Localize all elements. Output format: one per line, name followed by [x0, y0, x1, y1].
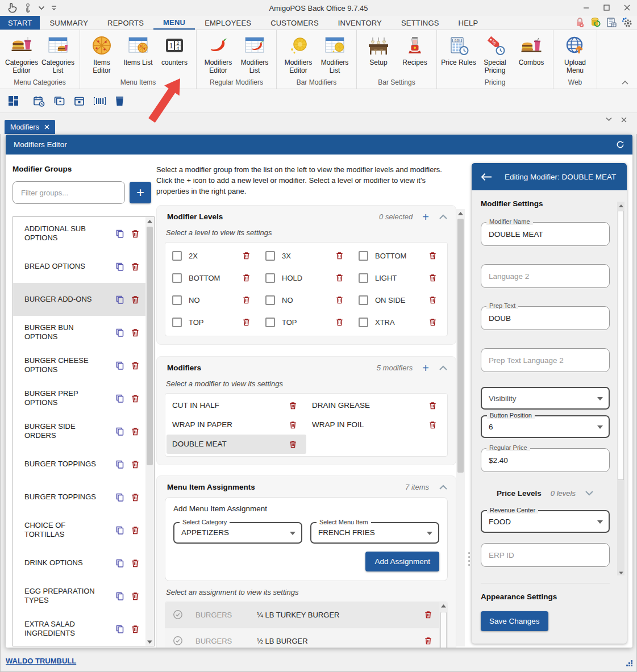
scroll-up-icon[interactable]: [439, 602, 448, 611]
level-item[interactable]: XTRA: [353, 311, 446, 333]
items-editor-button[interactable]: Items Editor: [84, 32, 120, 75]
trash-icon[interactable]: [289, 440, 297, 449]
group-row[interactable]: EXTRA SALAD INGREDIENTS: [13, 612, 145, 645]
group-row[interactable]: CHOICE OF TORTILLAS: [13, 514, 145, 546]
calendar-day-icon[interactable]: [74, 95, 85, 107]
select-category-dropdown[interactable]: Select Category APPETIZERS: [173, 522, 302, 544]
modifier-item[interactable]: WRAP IN PAPER: [166, 415, 306, 435]
group-row[interactable]: BREAD OPTIONS: [13, 250, 145, 283]
level-checkbox[interactable]: [172, 295, 182, 305]
trash-icon[interactable]: [131, 427, 140, 436]
menu-item-inventory[interactable]: INVENTORY: [328, 16, 392, 30]
copy-icon[interactable]: [115, 328, 124, 337]
trash-icon[interactable]: [131, 591, 140, 601]
group-row[interactable]: DRINK OPTIONS: [13, 546, 145, 579]
trash-icon[interactable]: [131, 262, 140, 272]
trash-icon[interactable]: [428, 401, 437, 410]
group-row[interactable]: BURGER BUN OPTIONS: [13, 316, 145, 349]
expand-price-levels-icon[interactable]: [585, 490, 594, 496]
trash-icon[interactable]: [335, 251, 344, 260]
copy-icon[interactable]: [115, 460, 124, 469]
upload-menu-button[interactable]: Upload Menu: [557, 32, 593, 75]
maximize-button[interactable]: [596, 0, 617, 15]
bar-modifiers-editor-button[interactable]: Modifiers Editor: [280, 32, 317, 75]
copy-icon[interactable]: [115, 624, 124, 634]
detail-column-scrollbar[interactable]: [456, 209, 465, 646]
trash-icon[interactable]: [131, 229, 140, 239]
copy-icon[interactable]: [115, 591, 124, 601]
copy-icon[interactable]: [115, 427, 124, 436]
categories-list-button[interactable]: Categories List: [40, 32, 76, 75]
barcode-icon[interactable]: [93, 95, 106, 107]
trash-icon[interactable]: [424, 610, 432, 619]
trash-icon[interactable]: [335, 318, 344, 327]
modifier-item[interactable]: CUT IN HALF: [166, 396, 306, 415]
level-checkbox[interactable]: [359, 318, 368, 327]
trash-icon[interactable]: [428, 251, 437, 260]
trash-icon[interactable]: [428, 420, 437, 429]
add-assignment-button[interactable]: Add Assignment: [365, 552, 439, 571]
select-menu-item-dropdown[interactable]: Select Menu Item FRENCH FRIES: [310, 522, 439, 544]
refresh-icon[interactable]: [616, 140, 624, 149]
level-item[interactable]: HOLD: [260, 267, 353, 289]
modifiers-list-button[interactable]: Modifiers List: [236, 32, 273, 75]
prep-text-field[interactable]: Prep Text: [481, 306, 610, 330]
dashboard-grid-icon[interactable]: [8, 95, 19, 106]
collapse-modifiers-icon[interactable]: [439, 365, 448, 371]
menu-item-summary[interactable]: SUMMARY: [40, 16, 98, 30]
trash-icon[interactable]: [131, 328, 140, 337]
special-pricing-button[interactable]: % Special Pricing: [477, 32, 513, 75]
trash-icon[interactable]: [289, 401, 297, 410]
calendar-copy-icon[interactable]: [53, 95, 65, 107]
menu-item-help[interactable]: HELP: [449, 16, 488, 30]
collapse-assignments-icon[interactable]: [439, 484, 448, 490]
trash-icon[interactable]: [242, 251, 251, 260]
level-checkbox[interactable]: [172, 273, 182, 283]
trash-icon[interactable]: [428, 295, 437, 304]
database-sync-icon[interactable]: [590, 17, 601, 28]
trash-icon[interactable]: [131, 460, 140, 469]
group-row[interactable]: BURGER TOPPINGS: [13, 448, 145, 481]
level-item[interactable]: ON SIDE: [353, 289, 446, 311]
trash-icon[interactable]: [289, 420, 297, 429]
level-item[interactable]: BOTTOM: [166, 267, 260, 289]
price-rules-button[interactable]: 0.00 Price Rules: [440, 32, 477, 66]
level-item[interactable]: 3X: [260, 245, 353, 267]
filter-groups-input[interactable]: [13, 181, 125, 204]
copy-icon[interactable]: [115, 262, 124, 272]
trash-icon[interactable]: [131, 295, 140, 304]
menu-item-customers[interactable]: CUSTOMERS: [261, 16, 328, 30]
report-list-icon[interactable]: [606, 17, 617, 28]
groups-scrollbar[interactable]: [145, 217, 154, 646]
add-group-button[interactable]: +: [130, 182, 151, 203]
level-item[interactable]: LIGHT: [353, 267, 446, 289]
copy-icon[interactable]: [115, 492, 124, 502]
level-item[interactable]: TOP: [166, 311, 260, 333]
copy-icon[interactable]: [115, 525, 124, 535]
erp-id-field[interactable]: [481, 543, 610, 567]
copy-icon[interactable]: [115, 394, 124, 403]
trash-icon[interactable]: [131, 525, 140, 535]
copy-icon[interactable]: [115, 361, 124, 370]
scroll-up-icon[interactable]: [145, 217, 154, 226]
trash-icon[interactable]: [242, 295, 251, 304]
regular-price-input[interactable]: [481, 456, 609, 465]
level-item[interactable]: NO: [166, 289, 260, 311]
level-checkbox[interactable]: [172, 318, 182, 327]
scroll-down-icon[interactable]: [145, 637, 154, 646]
level-item[interactable]: BOTTOM: [353, 245, 446, 267]
collapse-levels-icon[interactable]: [439, 214, 448, 220]
ribbon-collapse-icon[interactable]: [621, 80, 629, 85]
group-row[interactable]: BURGER CHEESE OPTIONS: [13, 349, 145, 382]
modifier-name-field[interactable]: Modifier Name: [481, 222, 610, 246]
level-checkbox[interactable]: [359, 295, 368, 305]
minimize-button[interactable]: [576, 0, 596, 15]
scroll-up-icon[interactable]: [456, 209, 465, 218]
level-item[interactable]: NO: [260, 289, 353, 311]
scroll-up-icon[interactable]: [617, 202, 624, 210]
trash-icon[interactable]: [131, 492, 140, 502]
categories-editor-button[interactable]: Categories Editor: [3, 32, 40, 75]
language2-field[interactable]: [481, 264, 610, 288]
menu-item-start[interactable]: START: [0, 16, 40, 30]
group-row[interactable]: BURGER TOPPINGS: [13, 481, 145, 514]
